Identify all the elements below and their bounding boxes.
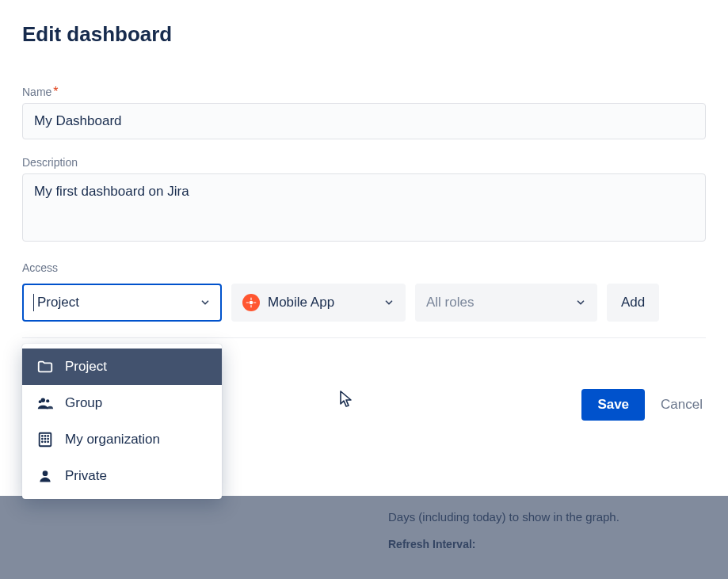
folder-icon [36, 358, 54, 375]
dropdown-item-project[interactable]: Project [22, 349, 222, 385]
svg-point-14 [43, 470, 48, 476]
access-row: Project Mobile App All roles [22, 284, 706, 338]
access-label: Access [22, 261, 58, 274]
background-refresh-label: Refresh Interval: [388, 538, 706, 550]
dropdown-item-label: Project [65, 359, 107, 375]
dropdown-item-org[interactable]: My organization [22, 421, 222, 458]
building-icon [36, 431, 54, 448]
add-button[interactable]: Add [607, 284, 659, 322]
name-label: Name* [22, 85, 59, 98]
access-project-value: Mobile App [268, 295, 334, 310]
save-button[interactable]: Save [581, 389, 645, 421]
dropdown-item-group[interactable]: Group [22, 385, 222, 421]
background-widget-content: Days (including today) to show in the gr… [0, 496, 728, 579]
dropdown-item-label: My organization [65, 432, 160, 448]
description-field-group: Description My first dashboard on Jira [22, 155, 706, 245]
access-type-select[interactable]: Project [22, 284, 222, 322]
name-field-group: Name* [22, 85, 706, 139]
dropdown-item-label: Private [65, 468, 107, 484]
required-indicator: * [53, 85, 58, 98]
cancel-button[interactable]: Cancel [657, 389, 706, 421]
svg-point-3 [39, 400, 42, 403]
chevron-down-icon [575, 297, 586, 308]
page-title: Edit dashboard [22, 22, 706, 47]
svg-point-0 [250, 301, 253, 305]
person-icon [36, 467, 54, 485]
dropdown-item-private[interactable]: Private [22, 458, 222, 494]
people-icon [36, 394, 54, 412]
svg-point-2 [46, 399, 49, 402]
background-days-text: Days (including today) to show in the gr… [388, 510, 706, 524]
dropdown-item-label: Group [65, 395, 102, 411]
name-input[interactable] [22, 103, 706, 139]
access-project-select[interactable]: Mobile App [231, 284, 406, 322]
description-input[interactable]: My first dashboard on Jira [22, 173, 706, 242]
access-role-select[interactable]: All roles [415, 284, 597, 322]
project-avatar-icon [242, 294, 260, 311]
description-label: Description [22, 156, 78, 169]
access-type-value: Project [33, 294, 79, 311]
chevron-down-icon [383, 297, 394, 308]
access-type-dropdown: Project Group My organization Private [22, 344, 222, 499]
access-role-placeholder: All roles [426, 295, 474, 310]
access-field-group: Access Project Mobile App All r [22, 261, 706, 338]
mouse-cursor-icon [339, 390, 355, 409]
chevron-down-icon [200, 297, 211, 308]
